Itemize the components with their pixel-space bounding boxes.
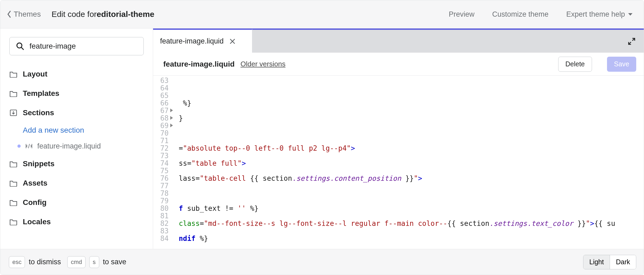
code-content[interactable]: %} } ="absolute top--0 left--0 full p2 l…	[170, 76, 644, 249]
sidebar-file-feature-image[interactable]: feature-image.liquid	[9, 138, 144, 154]
folder-icon	[9, 218, 17, 225]
back-to-themes[interactable]: Themes	[7, 10, 41, 19]
expert-help-link[interactable]: Expert theme help	[566, 10, 633, 19]
theme-dark-button[interactable]: Dark	[610, 255, 636, 269]
folder-icon	[9, 199, 17, 206]
sidebar-item-assets[interactable]: Assets	[9, 173, 144, 193]
add-new-section-link[interactable]: Add a new section	[9, 122, 144, 138]
footer: esc to dismiss cmd s to save Light Dark	[0, 249, 644, 275]
filebar: feature-image.liquid Older versions Dele…	[153, 53, 644, 76]
file-name: feature-image.liquid	[163, 60, 235, 68]
folder-icon	[9, 90, 17, 97]
kbd-cmd: cmd	[67, 256, 86, 268]
sidebar-item-layout[interactable]: Layout	[9, 64, 144, 84]
code-editor[interactable]: 63 64 65 66 67 68 69 70 71 72 73 74 75 7…	[153, 76, 644, 249]
save-button[interactable]: Save	[607, 57, 636, 72]
topbar: Themes Edit code for editorial-theme Pre…	[0, 0, 644, 28]
back-label: Themes	[14, 10, 41, 19]
sidebar-item-locales[interactable]: Locales	[9, 212, 144, 231]
preview-link[interactable]: Preview	[449, 10, 475, 19]
older-versions-link[interactable]: Older versions	[240, 60, 286, 68]
svg-point-1	[17, 43, 22, 48]
modified-dot-icon	[17, 144, 21, 148]
search-input[interactable]	[9, 37, 144, 55]
chevron-left-icon	[7, 10, 12, 18]
sidebar-item-snippets[interactable]: Snippets	[9, 154, 144, 173]
page-title: Edit code for editorial-theme	[51, 10, 154, 19]
delete-button[interactable]: Delete	[558, 57, 592, 72]
fullscreen-icon	[628, 37, 636, 45]
search-icon	[16, 42, 24, 50]
fullscreen-button[interactable]	[620, 30, 644, 53]
folder-icon	[9, 160, 17, 167]
sidebar: Layout Templates Sections Add a new sect…	[0, 28, 153, 249]
tab-feature-image[interactable]: feature-image.liquid	[153, 28, 252, 53]
folder-icon	[9, 180, 17, 187]
folder-download-icon	[9, 109, 17, 116]
caret-down-icon	[628, 12, 633, 16]
editor-area: feature-image.liquid feature-image.liqui…	[153, 28, 644, 249]
tabbar: feature-image.liquid	[153, 28, 644, 53]
kbd-esc: esc	[9, 256, 25, 268]
code-file-icon	[25, 143, 33, 149]
svg-line-2	[21, 47, 24, 50]
theme-toggle[interactable]: Light Dark	[583, 255, 636, 269]
svg-marker-0	[628, 13, 632, 16]
dismiss-label: to dismiss	[29, 258, 61, 266]
gutter: 63 64 65 66 67 68 69 70 71 72 73 74 75 7…	[153, 76, 170, 249]
save-label: to save	[103, 258, 126, 266]
sidebar-item-templates[interactable]: Templates	[9, 84, 144, 103]
customize-theme-link[interactable]: Customize theme	[492, 10, 549, 19]
sidebar-item-config[interactable]: Config	[9, 193, 144, 212]
close-icon[interactable]	[230, 38, 235, 44]
folder-icon	[9, 71, 17, 78]
kbd-s: s	[89, 256, 99, 268]
theme-light-button[interactable]: Light	[583, 255, 610, 269]
sidebar-item-sections[interactable]: Sections	[9, 103, 144, 122]
